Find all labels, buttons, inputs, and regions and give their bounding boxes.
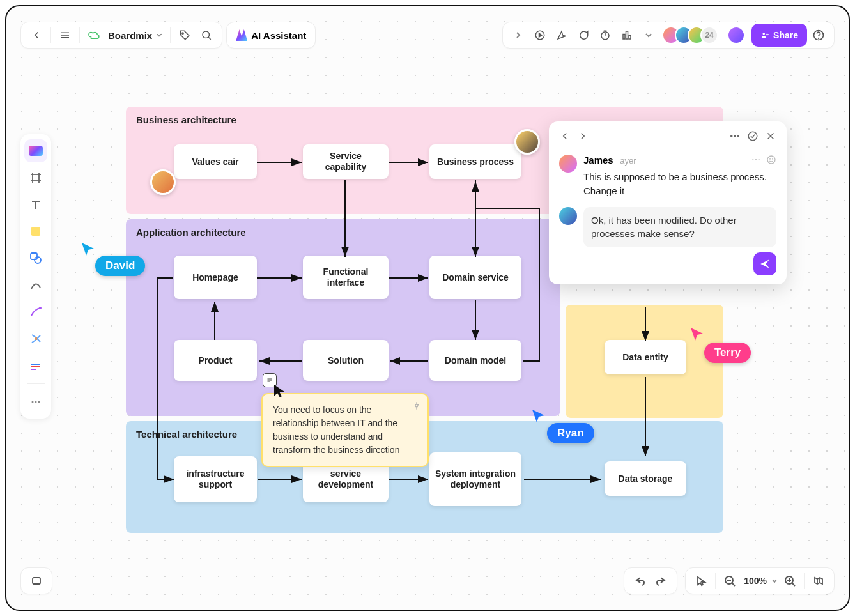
svg-line-61 (32, 340, 36, 343)
timer-icon[interactable] (595, 25, 615, 45)
zoom-in-button[interactable] (780, 571, 800, 591)
pen-tool[interactable] (24, 300, 47, 323)
svg-point-26 (759, 159, 760, 160)
resolve-icon[interactable] (747, 130, 759, 144)
templates-tool[interactable] (24, 139, 47, 162)
share-button[interactable]: Share (751, 24, 807, 47)
tool-sidebar (20, 134, 51, 419)
more-tools-icon[interactable] (638, 25, 659, 45)
file-name[interactable]: Boardmix (105, 30, 166, 41)
svg-point-29 (773, 158, 773, 159)
cloud-icon[interactable] (84, 25, 104, 45)
comment-time: ayer (620, 156, 636, 166)
node-functional-interface[interactable]: Functional interface (303, 256, 389, 299)
pin-icon[interactable] (412, 401, 421, 414)
help-icon[interactable] (808, 25, 829, 45)
minimap-button[interactable] (808, 571, 829, 591)
shape-tool[interactable] (24, 247, 47, 270)
node-business-process[interactable]: Business process (429, 144, 521, 179)
more-tool[interactable] (24, 390, 47, 413)
svg-point-68 (35, 401, 37, 403)
comment-panel: James ayer This is supposed to be a busi… (549, 121, 787, 284)
node-system-integration[interactable]: System integration deployment (429, 452, 521, 506)
back-button[interactable] (26, 25, 47, 45)
zoom-percentage[interactable]: 100% (741, 576, 769, 586)
search-icon[interactable] (196, 25, 217, 45)
cursor-david-icon (80, 241, 96, 258)
svg-point-21 (748, 132, 757, 141)
lane-title-business: Business architecture (136, 114, 236, 125)
svg-point-24 (752, 159, 753, 160)
presence-avatar-2[interactable] (514, 129, 540, 155)
table-tool[interactable] (24, 354, 47, 377)
self-avatar[interactable] (727, 26, 745, 44)
node-homepage[interactable]: Homepage (174, 256, 257, 299)
presence-avatars[interactable]: 24 (667, 26, 718, 44)
reply-input[interactable]: Ok, it has been modified. Do other proce… (583, 207, 776, 248)
frame-tool[interactable] (24, 166, 47, 189)
chevron-down-icon[interactable] (771, 577, 778, 585)
svg-point-19 (734, 135, 736, 137)
undo-button[interactable] (629, 571, 650, 591)
svg-point-27 (767, 156, 775, 164)
svg-marker-37 (539, 33, 543, 37)
svg-point-67 (32, 401, 34, 403)
node-infrastructure[interactable]: infrastructure support (174, 456, 257, 502)
node-values[interactable]: Values cair (174, 144, 257, 179)
connector-tool[interactable] (24, 273, 47, 296)
node-data-entity[interactable]: Data entity (605, 340, 686, 374)
cursor-share-icon[interactable] (551, 25, 572, 45)
avatar-overflow[interactable]: 24 (700, 26, 718, 44)
svg-line-80 (792, 583, 795, 586)
svg-point-73 (38, 583, 39, 585)
emoji-icon[interactable] (766, 155, 776, 167)
pages-button[interactable] (26, 571, 47, 591)
comment-next-button[interactable] (577, 130, 589, 144)
mindmap-tool[interactable] (24, 327, 47, 350)
svg-point-71 (34, 583, 35, 585)
comment-author-avatar (559, 155, 577, 173)
present-icon[interactable] (530, 25, 550, 45)
svg-rect-65 (31, 366, 40, 367)
close-icon[interactable] (765, 130, 776, 144)
cursor-ryan-icon (530, 408, 547, 424)
send-button[interactable] (753, 252, 776, 275)
ai-logo-icon (236, 29, 247, 41)
node-domain-model[interactable]: Domain model (429, 340, 521, 381)
node-service-capability[interactable]: Service capability (303, 144, 389, 179)
svg-rect-59 (35, 337, 37, 340)
node-solution[interactable]: Solution (303, 340, 389, 381)
comment-more-icon[interactable] (751, 155, 761, 167)
expand-icon[interactable] (508, 25, 528, 45)
svg-rect-55 (31, 227, 40, 236)
comment-icon[interactable] (573, 25, 594, 45)
svg-point-57 (35, 257, 41, 263)
svg-rect-41 (623, 35, 625, 40)
svg-line-62 (37, 335, 40, 339)
lane-title-technical: Technical architecture (136, 429, 237, 440)
node-product[interactable]: Product (174, 340, 257, 381)
svg-point-34 (203, 31, 210, 38)
ai-assistant-button[interactable]: AI Assistant (226, 22, 316, 49)
svg-line-63 (37, 339, 40, 342)
comment-prev-button[interactable] (559, 130, 571, 144)
more-icon[interactable] (729, 130, 741, 144)
vote-icon[interactable] (617, 25, 637, 45)
cursor-terry: Terry (704, 343, 751, 363)
menu-button[interactable] (55, 25, 75, 45)
chevron-down-icon (155, 31, 164, 40)
sticky-tool[interactable] (24, 220, 47, 243)
svg-rect-66 (31, 369, 36, 370)
node-data-storage[interactable]: Data storage (605, 461, 686, 496)
zoom-out-button[interactable] (720, 571, 740, 591)
lane-title-application: Application architecture (136, 227, 246, 238)
text-tool[interactable] (24, 193, 47, 216)
sticky-note[interactable]: You need to focus on the relationship be… (261, 393, 429, 467)
tag-icon[interactable] (174, 25, 195, 45)
presence-avatar-1[interactable] (150, 169, 176, 195)
node-domain-service[interactable]: Domain service (429, 256, 521, 299)
redo-button[interactable] (651, 571, 672, 591)
pointer-tool[interactable] (691, 571, 711, 591)
comment-author: James (583, 155, 613, 166)
svg-point-28 (770, 158, 771, 159)
